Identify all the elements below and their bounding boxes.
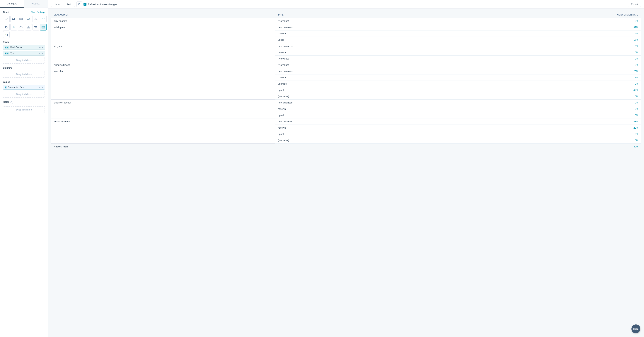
fields-label: Fields — [3, 101, 10, 103]
total-label: Report Total — [51, 144, 452, 150]
cell-rate: 0% — [452, 49, 641, 56]
cell-owner: tristan whitcher — [51, 118, 275, 144]
svg-rect-1 — [13, 19, 14, 20]
cell-type: renewal — [275, 125, 452, 131]
main-content: Undo Redo ✓ Refresh as I make changes Ex… — [48, 0, 644, 337]
cell-type: new business — [275, 68, 452, 74]
bar-chart-icon[interactable] — [10, 16, 17, 22]
conversion-rate-remove-icon[interactable]: ✕ — [42, 86, 43, 88]
table-row: kit lymannew business0% — [51, 43, 641, 49]
pie-chart-icon[interactable] — [10, 24, 17, 30]
cell-type: renewal — [275, 74, 452, 81]
chart-settings-link[interactable]: Chart Settings — [31, 11, 45, 14]
tab-filter[interactable]: Filter (1) — [24, 0, 48, 8]
cell-type: upsell — [275, 112, 452, 118]
cell-owner: nicholas hwang — [51, 62, 275, 68]
deal-owner-remove-icon[interactable]: ✕ — [42, 46, 43, 48]
cell-rate: 0% — [452, 56, 641, 62]
funnel-chart-icon[interactable] — [32, 24, 39, 30]
cell-owner: sam chan — [51, 68, 275, 100]
type-label: Type — [10, 52, 38, 54]
table-row: shannon decocknew business0% — [51, 100, 641, 106]
data-table: DEAL OWNER TYPE CONVERSION RATE ajay raj… — [51, 12, 641, 150]
cell-type: renewal — [275, 49, 452, 56]
line-chart-icon[interactable] — [3, 16, 10, 22]
conversion-rate-prefix: # — [4, 86, 7, 88]
cell-owner: ajay rajaram — [51, 18, 275, 24]
table-row: sam channew business26% — [51, 68, 641, 74]
cell-rate: 22% — [452, 125, 641, 131]
deal-owner-field-tag: Abc Deal Owner ✏ ✕ — [3, 45, 45, 50]
type-remove-icon[interactable]: ✕ — [42, 52, 43, 54]
cell-rate: 0% — [452, 62, 641, 68]
scatter-chart-icon[interactable] — [32, 16, 39, 22]
combo-chart-icon[interactable] — [40, 16, 46, 22]
export-button[interactable]: Export — [628, 2, 641, 7]
deal-owner-prefix: Abc — [4, 46, 9, 48]
cell-rate: 0% — [452, 112, 641, 118]
tab-configure[interactable]: Configure — [0, 0, 24, 8]
svg-rect-17 — [27, 26, 28, 27]
svg-point-8 — [36, 19, 36, 19]
cell-type: new business — [275, 118, 452, 125]
cell-type: upsell — [275, 87, 452, 93]
cell-type: (No value) — [275, 56, 452, 62]
gauge-chart-icon[interactable] — [18, 24, 24, 30]
table-list-icon[interactable] — [18, 16, 24, 22]
svg-rect-31 — [7, 34, 8, 36]
cell-type: (No value) — [275, 93, 452, 100]
fields-section: Fields i Drag fields here — [3, 101, 45, 113]
cell-rate: 0% — [452, 18, 641, 24]
cell-rate: 14% — [452, 30, 641, 37]
table-container: DEAL OWNER TYPE CONVERSION RATE ajay raj… — [48, 9, 644, 337]
svg-rect-20 — [29, 27, 30, 28]
refresh-checkbox-row: ✓ Refresh as I make changes — [84, 3, 117, 6]
fields-info-icon[interactable]: i — [10, 102, 13, 104]
deal-owner-edit-icon[interactable]: ✏ — [39, 46, 41, 48]
columns-section: Columns Drag fields here — [3, 67, 45, 78]
cell-type: renewal — [275, 106, 452, 112]
deal-owner-label: Deal Owner — [10, 46, 38, 48]
chart-icons-row1 — [3, 16, 45, 22]
values-drag-zone[interactable]: Drag fields here — [3, 91, 45, 98]
svg-rect-21 — [34, 26, 37, 27]
help-button[interactable]: Help — [632, 324, 640, 333]
type-field-tag: Abc Type ✏ ✕ — [3, 51, 45, 56]
cell-type: upgrade — [275, 81, 452, 87]
type-edit-icon[interactable]: ✏ — [39, 52, 41, 54]
total-rate: 30% — [452, 144, 641, 150]
waterfall-chart-icon[interactable] — [3, 31, 10, 38]
donut-chart-icon[interactable] — [3, 24, 10, 30]
cell-owner: kit lyman — [51, 43, 275, 62]
svg-point-10 — [37, 18, 37, 19]
rows-label: Rows — [3, 41, 45, 44]
svg-point-9 — [36, 19, 37, 20]
table-header-row: DEAL OWNER TYPE CONVERSION RATE — [51, 12, 641, 18]
tabs-bar: Configure Filter (1) — [0, 0, 48, 8]
refresh-icon-button[interactable] — [76, 2, 82, 7]
cell-rate: 0% — [452, 106, 641, 112]
conversion-rate-edit-icon[interactable]: ✏ — [39, 86, 41, 88]
pivot-table-icon[interactable] — [40, 24, 46, 30]
cell-rate: 17% — [452, 74, 641, 81]
grid-table-icon[interactable] — [25, 24, 32, 30]
toolbar: Undo Redo ✓ Refresh as I make changes Ex… — [48, 0, 644, 9]
chart-icons-row2 — [3, 24, 45, 30]
table-row: tristan whitchernew business43% — [51, 118, 641, 125]
table-row: anish patelnew business37% — [51, 24, 641, 30]
cell-type: new business — [275, 100, 452, 106]
undo-button[interactable]: Undo — [51, 2, 62, 7]
cell-rate: 26% — [452, 68, 641, 74]
redo-button[interactable]: Redo — [64, 2, 75, 7]
table-row: nicholas hwang(No value)0% — [51, 62, 641, 68]
refresh-checkbox[interactable]: ✓ — [84, 3, 86, 6]
area-chart-icon[interactable] — [25, 16, 32, 22]
svg-rect-3 — [14, 19, 15, 20]
rows-section: Rows Abc Deal Owner ✏ ✕ Abc Type ✏ ✕ — [3, 41, 45, 64]
columns-drag-zone[interactable]: Drag fields here — [3, 71, 45, 78]
fields-drag-zone[interactable]: Drag fields here — [3, 106, 45, 113]
table-body: ajay rajaram(No value)0%anish patelnew b… — [51, 18, 641, 150]
cell-type: (No value) — [275, 62, 452, 68]
chart-section-title: Chart — [3, 11, 9, 14]
rows-drag-zone[interactable]: Drag fields here — [3, 57, 45, 64]
